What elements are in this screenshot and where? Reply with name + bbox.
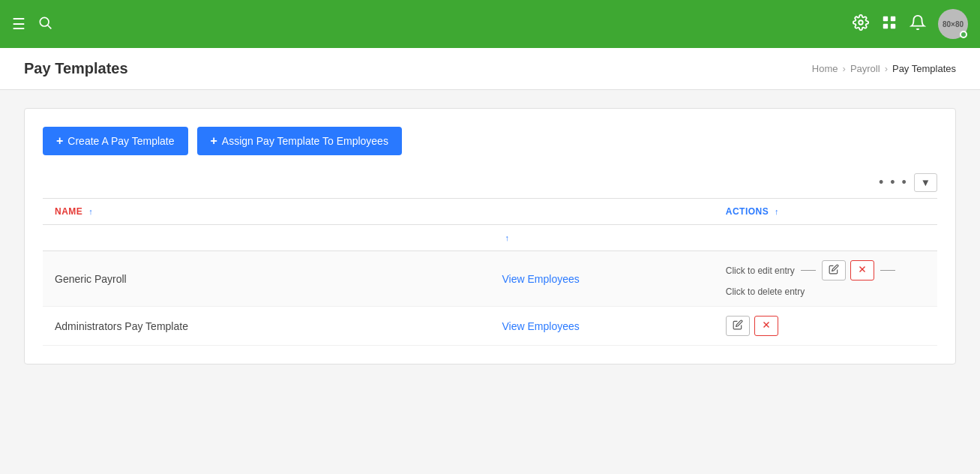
nav-right: 80×80: [853, 9, 968, 39]
svg-rect-3: [883, 16, 888, 20]
breadcrumb-payroll[interactable]: Payroll: [850, 63, 880, 74]
svg-rect-6: [891, 23, 895, 28]
svg-rect-5: [883, 23, 888, 28]
sort-arrow-name: ↑: [88, 207, 93, 216]
tooltip-delete-label: Click to delete entry: [726, 286, 805, 297]
row-1-name: Generic Payroll: [43, 251, 490, 307]
sort-arrow-view: ↑: [505, 233, 510, 242]
chevron-down-icon: ▼: [921, 177, 931, 188]
create-pay-template-button[interactable]: + Create A Pay Template: [43, 127, 188, 155]
breadcrumb-home[interactable]: Home: [812, 63, 838, 74]
row-1-view-link[interactable]: View Employees: [502, 273, 580, 285]
th-view: [490, 199, 714, 225]
breadcrumb-sep-2: ›: [885, 63, 888, 74]
plus-icon-create: +: [56, 134, 63, 148]
pay-templates-table: NAME ↑ ACTIONS ↑ ↑: [43, 198, 937, 346]
tooltip-dash-left: [801, 270, 816, 271]
table-controls: • • • ▼: [43, 173, 937, 192]
nav-left: ☰: [12, 15, 52, 34]
table-header-row: NAME ↑ ACTIONS ↑: [43, 199, 937, 225]
row-2-view: View Employees: [490, 307, 714, 346]
svg-point-0: [40, 17, 49, 26]
breadcrumb-current: Pay Templates: [892, 63, 956, 74]
table-row: Administrators Pay Template View Employe…: [43, 307, 937, 346]
row-1-view: View Employees: [490, 251, 714, 307]
row-2-name: Administrators Pay Template: [43, 307, 490, 346]
th-name: NAME ↑: [43, 199, 490, 225]
row-2-view-link[interactable]: View Employees: [502, 320, 580, 332]
th-view-sub: ↑: [490, 225, 714, 251]
row-1-action-btns: [822, 260, 874, 280]
main-content: + Create A Pay Template + Assign Pay Tem…: [0, 90, 980, 382]
breadcrumb-sep-1: ›: [843, 63, 846, 74]
row-2-action-btns: [726, 316, 925, 336]
sort-arrow-actions: ↑: [775, 207, 779, 216]
table-row: Generic Payroll View Employees Click to …: [43, 251, 937, 307]
th-name-sub: [43, 225, 490, 251]
settings-icon[interactable]: [853, 14, 869, 34]
row-2-delete-button[interactable]: [754, 316, 778, 336]
avatar-text: 80×80: [943, 20, 964, 28]
svg-line-1: [48, 25, 52, 28]
th-actions: ACTIONS ↑: [714, 199, 937, 225]
tooltip-edit-label: Click to edit entry: [726, 266, 795, 276]
row-1-delete-button[interactable]: [850, 260, 874, 280]
svg-point-2: [859, 20, 863, 25]
row-1-edit-button[interactable]: [822, 260, 846, 280]
tooltip-dash-right: [880, 270, 895, 271]
menu-icon[interactable]: ☰: [12, 15, 25, 33]
top-navigation: ☰ 80×80: [0, 0, 980, 48]
assign-pay-template-button[interactable]: + Assign Pay Template To Employees: [197, 127, 402, 155]
table-subheader-row: ↑: [43, 225, 937, 251]
bell-icon[interactable]: [910, 14, 926, 34]
plus-icon-assign: +: [211, 134, 217, 148]
breadcrumb: Home › Payroll › Pay Templates: [812, 63, 956, 74]
avatar-online-dot: [960, 31, 967, 38]
svg-rect-4: [891, 16, 895, 20]
avatar[interactable]: 80×80: [938, 9, 968, 39]
th-actions-sub: [714, 225, 937, 251]
page-title: Pay Templates: [24, 60, 128, 77]
row-2-edit-button[interactable]: [726, 316, 750, 336]
row-1-actions: Click to edit entry: [714, 251, 937, 307]
row-2-actions: [714, 307, 937, 346]
search-icon[interactable]: [37, 15, 52, 34]
more-options-button[interactable]: • • •: [879, 175, 908, 190]
action-buttons: + Create A Pay Template + Assign Pay Tem…: [43, 127, 937, 155]
page-header: Pay Templates Home › Payroll › Pay Templ…: [0, 48, 980, 90]
content-card: + Create A Pay Template + Assign Pay Tem…: [24, 108, 956, 364]
grid-icon[interactable]: [881, 14, 898, 34]
column-toggle-button[interactable]: ▼: [914, 173, 937, 192]
